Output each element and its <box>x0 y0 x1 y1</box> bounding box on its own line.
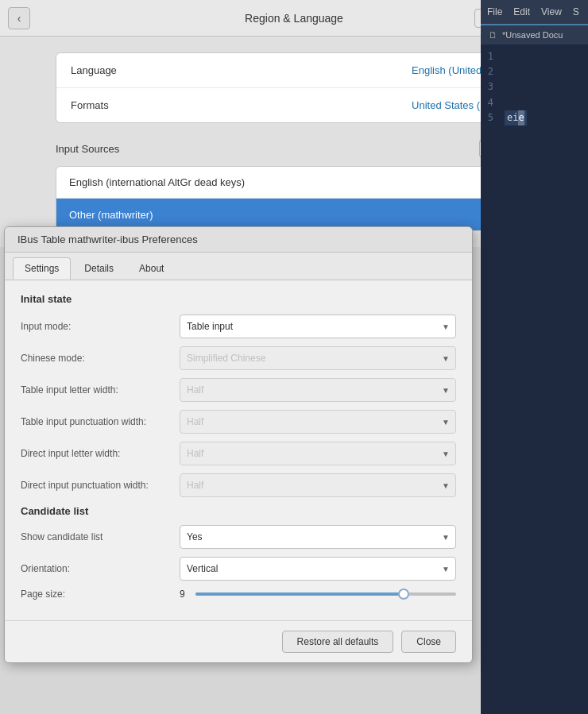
table-letter-width-select[interactable]: Half <box>180 378 456 402</box>
show-candidate-row: Show candidate list Yes No ▼ <box>21 525 456 549</box>
table-letter-width-row: Table input letter width: Half ▼ <box>21 378 456 402</box>
editor-menu-s[interactable]: S <box>573 6 579 17</box>
code-line-2 <box>505 64 527 79</box>
direct-letter-width-select[interactable]: Half <box>180 442 456 465</box>
editor-menu-file[interactable]: File <box>487 6 502 17</box>
input-source-item-english[interactable]: English (international AltGr dead keys) <box>56 167 532 199</box>
direct-letter-width-row: Direct input letter width: Half ▼ <box>21 442 456 465</box>
table-punct-width-label: Table input punctuation width: <box>21 416 180 427</box>
editor-menu-edit[interactable]: Edit <box>513 6 530 17</box>
initial-state-title: Inital state <box>21 293 456 305</box>
chinese-mode-wrapper: Simplified Chinese ▼ <box>180 346 456 370</box>
line-number-1: 1 <box>487 49 493 64</box>
show-candidate-select[interactable]: Yes No <box>180 525 456 549</box>
code-line-5: eie <box>505 110 527 125</box>
prefs-dialog: IBus Table mathwriter-ibus Preferences S… <box>4 226 473 663</box>
page-size-row: Page size: 9 <box>21 589 456 600</box>
chinese-mode-row: Chinese mode: Simplified Chinese ▼ <box>21 346 456 370</box>
show-candidate-label: Show candidate list <box>21 531 180 542</box>
line-number-5: 5 <box>487 110 493 125</box>
direct-punct-width-wrapper: Half ▼ <box>180 473 456 497</box>
title-bar-left: ‹ <box>8 7 30 29</box>
table-punct-width-row: Table input punctuation width: Half ▼ <box>21 410 456 434</box>
settings-panel: Language English (United States) Formats… <box>56 52 532 123</box>
code-line-1 <box>505 49 527 64</box>
input-source-label: Other (mathwriter) <box>69 209 153 221</box>
direct-punct-width-label: Direct input punctuation width: <box>21 480 180 491</box>
tab-settings[interactable]: Settings <box>13 257 71 280</box>
show-candidate-wrapper: Yes No ▼ <box>180 525 456 549</box>
input-source-item-mathwriter[interactable]: Other (mathwriter) ⚙ <box>56 199 532 230</box>
direct-letter-width-wrapper: Half ▼ <box>180 442 456 465</box>
editor-menu-view[interactable]: View <box>541 6 562 17</box>
highlighted-code: eie <box>505 110 527 125</box>
restore-defaults-button[interactable]: Restore all defaults <box>282 631 394 653</box>
candidate-list-title: Candidate list <box>21 505 456 517</box>
formats-label: Formats <box>71 99 109 111</box>
table-letter-width-wrapper: Half ▼ <box>180 378 456 402</box>
direct-punct-width-row: Direct input punctuation width: Half ▼ <box>21 473 456 497</box>
tab-details[interactable]: Details <box>72 257 126 280</box>
table-letter-width-label: Table input letter width: <box>21 384 180 396</box>
formats-row[interactable]: Formats United States (English) <box>56 88 532 122</box>
orientation-row: Orientation: Vertical Horizontal ▼ <box>21 557 456 581</box>
chinese-mode-select[interactable]: Simplified Chinese <box>180 346 456 370</box>
orientation-select[interactable]: Vertical Horizontal <box>180 557 456 581</box>
input-sources-header: Input Sources Options <box>56 139 532 158</box>
close-dialog-button[interactable]: Close <box>401 631 456 653</box>
window-title: Region & Language <box>245 12 343 25</box>
page-size-fill <box>195 592 404 596</box>
input-mode-wrapper: Table input Direct input ▼ <box>180 315 456 338</box>
input-mode-row: Input mode: Table input Direct input ▼ <box>21 315 456 338</box>
editor-code[interactable]: eie <box>500 44 532 711</box>
editor-tab-name: *Unsaved Docu <box>502 30 563 40</box>
tab-about[interactable]: About <box>127 257 176 280</box>
language-row[interactable]: Language English (United States) <box>56 53 532 88</box>
input-mode-select[interactable]: Table input Direct input <box>180 315 456 338</box>
line-number-2: 2 <box>487 64 493 79</box>
editor-panel: File Edit View S 🗋 *Unsaved Docu 1 2 3 4… <box>481 0 588 714</box>
page-size-label: Page size: <box>21 589 180 600</box>
editor-menubar: File Edit View S <box>481 0 588 24</box>
line-numbers: 1 2 3 4 5 <box>481 44 500 711</box>
prefs-content: Inital state Input mode: Table input Dir… <box>5 280 472 620</box>
table-punct-width-select[interactable]: Half <box>180 410 456 434</box>
language-label: Language <box>71 64 117 76</box>
code-text: ei <box>507 112 518 123</box>
page-size-value: 9 <box>180 589 189 600</box>
input-sources-label: Input Sources <box>56 143 119 155</box>
page-size-thumb[interactable] <box>398 589 409 600</box>
orientation-wrapper: Vertical Horizontal ▼ <box>180 557 456 581</box>
editor-tab[interactable]: 🗋 *Unsaved Docu <box>481 24 588 44</box>
editor-body: 1 2 3 4 5 eie <box>481 44 588 711</box>
cursor: e <box>518 110 524 125</box>
tabs-bar: Settings Details About <box>5 253 472 280</box>
back-button[interactable]: ‹ <box>8 7 30 29</box>
table-punct-width-wrapper: Half ▼ <box>180 410 456 434</box>
code-line-3 <box>505 79 527 95</box>
input-sources-list: English (international AltGr dead keys) … <box>56 166 532 231</box>
chinese-mode-label: Chinese mode: <box>21 353 180 364</box>
line-number-4: 4 <box>487 95 493 110</box>
file-icon: 🗋 <box>489 30 497 40</box>
direct-punct-width-select[interactable]: Half <box>180 473 456 497</box>
code-line-4 <box>505 95 527 110</box>
orientation-label: Orientation: <box>21 563 180 574</box>
prefs-title: IBus Table mathwriter-ibus Preferences <box>5 227 472 253</box>
prefs-buttons: Restore all defaults Close <box>5 620 472 662</box>
page-size-track <box>195 592 456 596</box>
direct-letter-width-label: Direct input letter width: <box>21 448 180 459</box>
line-number-3: 3 <box>487 79 493 95</box>
input-mode-label: Input mode: <box>21 321 180 332</box>
